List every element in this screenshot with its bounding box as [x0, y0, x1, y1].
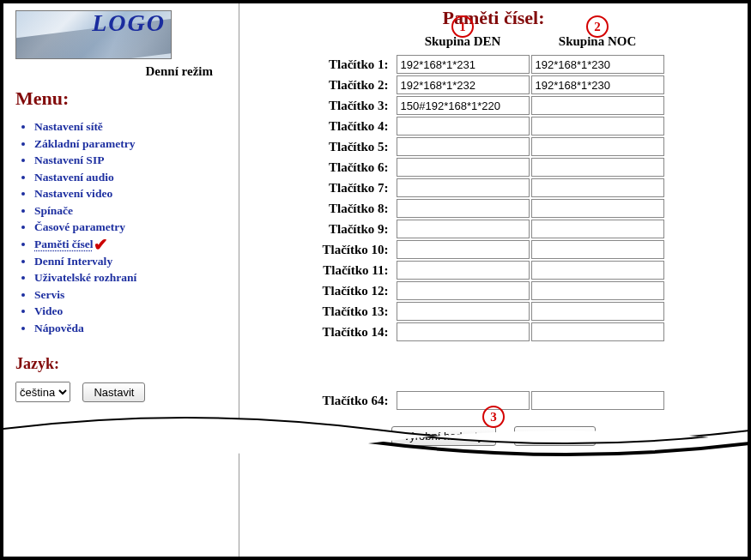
table-row: Tlačítko 1: [322, 54, 664, 75]
sidebar-item-5[interactable]: Spínače [34, 202, 230, 220]
day-input[interactable] [397, 117, 530, 135]
language-row: čeština Nastavit [15, 382, 230, 402]
sidebar-item-11[interactable]: Video [34, 303, 230, 320]
menu-heading: Menu: [15, 87, 230, 110]
sidebar-item-12[interactable]: Nápověda [34, 320, 230, 337]
action-buttons: 3 výrobní hodnoty ulož změny [255, 426, 732, 446]
day-input[interactable] [397, 158, 530, 177]
day-input[interactable] [397, 302, 530, 321]
table-row: Tlačítko 3: [322, 95, 664, 116]
main-panel: Paměti čísel: 1 Skupina DEN 2 Skupina NO… [239, 3, 748, 557]
night-input[interactable] [531, 178, 664, 197]
check-icon: ✔ [94, 232, 108, 257]
table-row: Tlačítko 2: [322, 75, 664, 95]
table-row: Tlačítko 11: [322, 260, 664, 280]
night-input[interactable] [531, 137, 664, 156]
night-input[interactable] [531, 302, 664, 321]
mode-label: Denní režim [15, 64, 213, 79]
row-label: Tlačítko 4: [322, 116, 395, 136]
day-input[interactable] [397, 261, 530, 280]
sidebar-item-4[interactable]: Nastavení video [34, 185, 230, 202]
numbers-table: 1 Skupina DEN 2 Skupina NOC Tlačítko 1:T… [322, 34, 664, 342]
sidebar-item-8[interactable]: Denní Intervaly [34, 253, 230, 270]
row-label: Tlačítko 9: [322, 219, 395, 239]
row-label: Tlačítko 2: [322, 75, 395, 95]
night-input[interactable] [531, 261, 664, 280]
row-label: Tlačítko 6: [322, 157, 395, 178]
sidebar-item-7[interactable]: Paměti čísel✔ [34, 236, 230, 253]
language-heading: Jazyk: [15, 355, 230, 373]
row-label: Tlačítko 1: [322, 54, 395, 75]
night-input[interactable] [531, 55, 664, 74]
row-label: Tlačítko 11: [322, 260, 395, 280]
col-night-header: 2 Skupina NOC [530, 34, 665, 54]
day-input[interactable] [397, 55, 530, 74]
callout-3: 3 [482, 406, 505, 428]
row-label: Tlačítko 3: [322, 95, 395, 116]
row-label: Tlačítko 13: [322, 301, 395, 322]
table-row: Tlačítko 4: [322, 116, 664, 136]
day-input[interactable] [397, 96, 530, 115]
row-label: Tlačítko 10: [322, 239, 395, 260]
row-label: Tlačítko 5: [322, 136, 395, 157]
col-day-header: 1 Skupina DEN [396, 34, 530, 54]
row-label: Tlačítko 12: [322, 280, 395, 301]
night-input[interactable] [531, 117, 664, 135]
sidebar-item-3[interactable]: Nastavení audio [34, 169, 230, 186]
night-input[interactable] [531, 158, 664, 177]
table-row: Tlačítko 12: [322, 280, 664, 301]
row-label: Tlačítko 64: [322, 390, 395, 411]
table-row: Tlačítko 13: [322, 301, 664, 322]
day-input[interactable] [397, 281, 530, 300]
row-label: Tlačítko 14: [322, 322, 395, 342]
table-row: Tlačítko 9: [322, 219, 664, 239]
day-input[interactable] [397, 220, 530, 238]
language-set-button[interactable]: Nastavit [82, 382, 145, 402]
night-input[interactable] [531, 220, 664, 238]
sidebar-item-0[interactable]: Nastavení sítě [34, 118, 230, 135]
day-input[interactable] [397, 199, 530, 218]
day-input[interactable] [397, 178, 530, 197]
defaults-button[interactable]: výrobní hodnoty [391, 426, 497, 446]
day-input[interactable] [397, 75, 530, 94]
callout-1: 1 [451, 15, 474, 38]
sidebar-item-9[interactable]: Uživatelské rozhraní [34, 269, 230, 286]
table-row: Tlačítko 10: [322, 239, 664, 260]
row-label: Tlačítko 7: [322, 178, 395, 198]
table-row: Tlačítko 6: [322, 157, 664, 178]
night-input[interactable] [531, 75, 664, 94]
table-row: Tlačítko 8: [322, 198, 664, 219]
night-input[interactable] [531, 240, 664, 259]
table-row: Tlačítko 5: [322, 136, 664, 157]
table-row: Tlačítko 7: [322, 178, 664, 198]
sidebar-item-6[interactable]: Časové parametry [34, 219, 230, 236]
day-input[interactable] [397, 240, 530, 259]
page-title: Paměti čísel: [255, 7, 732, 29]
day-input[interactable] [397, 137, 530, 156]
logo-text: LOGO [92, 10, 166, 37]
night-input[interactable] [531, 391, 664, 410]
night-input[interactable] [531, 96, 664, 115]
night-input[interactable] [531, 281, 664, 300]
sidebar: LOGO Denní režim Menu: Nastavení sítěZák… [3, 3, 239, 557]
sidebar-item-10[interactable]: Servis [34, 286, 230, 304]
save-button[interactable]: ulož změny [514, 426, 597, 446]
sidebar-item-2[interactable]: Nastavení SIP [34, 152, 230, 169]
night-input[interactable] [531, 199, 664, 218]
language-select[interactable]: čeština [15, 382, 70, 402]
row-label: Tlačítko 8: [322, 198, 395, 219]
callout-2: 2 [586, 15, 609, 38]
night-input[interactable] [531, 322, 664, 341]
sidebar-item-1[interactable]: Základní parametry [34, 135, 230, 153]
day-input[interactable] [397, 391, 530, 410]
day-input[interactable] [397, 322, 530, 341]
menu-list: Nastavení sítěZákladní parametryNastaven… [19, 118, 230, 336]
logo: LOGO [15, 10, 172, 59]
table-row: Tlačítko 14: [322, 322, 664, 342]
